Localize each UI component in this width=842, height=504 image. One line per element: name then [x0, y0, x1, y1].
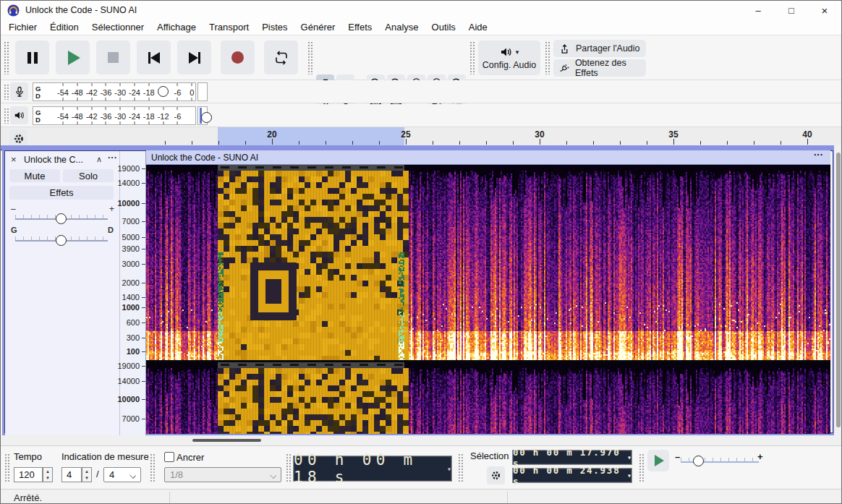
frequency-label: 1400	[122, 293, 140, 302]
share-audio-button[interactable]: Partager l'Audio	[553, 40, 646, 57]
menu-item-0[interactable]: Fichier	[2, 22, 43, 33]
gain-knob[interactable]	[56, 213, 67, 224]
record-volume-knob[interactable]	[158, 86, 169, 97]
dropdown-caret-icon[interactable]: ▾	[627, 453, 632, 461]
toolbar-grip[interactable]	[458, 453, 463, 482]
frequency-tick	[142, 221, 145, 222]
track-close-icon[interactable]: ×	[11, 154, 17, 165]
pause-button[interactable]	[15, 40, 49, 74]
clip-header[interactable]: Unlock the Code - SUNO AI ···	[146, 150, 830, 165]
skip-to-end-button[interactable]	[177, 40, 211, 74]
maximize-button[interactable]: □	[775, 1, 808, 20]
menu-item-10[interactable]: Aide	[462, 22, 494, 33]
clip-menu-icon[interactable]: ···	[814, 149, 823, 160]
timeline-label: 40	[802, 129, 812, 140]
menu-item-4[interactable]: Transport	[203, 22, 255, 33]
track-title[interactable]: Unlock the C...	[24, 155, 83, 165]
snap-value-select[interactable]: 1/8	[164, 467, 281, 482]
selection-start-field[interactable]: 00 h 00 m 17.970 s▾	[512, 450, 632, 465]
pan-left-label: G	[11, 226, 17, 234]
meter-tick	[148, 83, 149, 86]
timeline-tick	[673, 139, 674, 145]
frequency-tick	[142, 203, 145, 204]
playback-volume-knob[interactable]	[201, 112, 212, 123]
snap-checkbox[interactable]	[164, 452, 174, 462]
tempo-input[interactable]: 120	[14, 467, 43, 482]
vertical-scrollbar-thumb[interactable]	[836, 153, 841, 427]
tempo-label: Tempo	[14, 451, 42, 462]
record-button[interactable]	[221, 40, 255, 74]
menu-item-3[interactable]: Affichage	[150, 22, 203, 33]
speed-min-label: –	[675, 451, 680, 462]
get-effects-button[interactable]: Obtenez des Effets	[553, 59, 646, 77]
toolbar-grip[interactable]	[286, 453, 291, 482]
playback-meter-button[interactable]	[10, 106, 28, 124]
meter-scale-value: -30	[114, 112, 126, 121]
audio-setup-button[interactable]: ▾ Config. Audio	[478, 40, 540, 75]
track-collapse-icon[interactable]: ∧	[96, 155, 102, 164]
playback-meter-toolbar: GD-54-48-42-36-30-24-18-12-6	[1, 104, 841, 127]
mute-button[interactable]: Mute	[9, 169, 60, 182]
frequency-ruler: 1900014000100007000500039003000200014001…	[120, 151, 146, 435]
track-control-panel: × Unlock the C... ∧ ··· Mute Solo Effets…	[5, 151, 120, 435]
vertical-scrollbar[interactable]	[834, 145, 842, 445]
menu-item-9[interactable]: Outils	[425, 22, 462, 33]
menu-item-5[interactable]: Pistes	[255, 22, 294, 33]
toolbar-grip[interactable]	[307, 41, 312, 74]
time-toolbar: Tempo 120 ▲▼ Indication de mesure 4 ▲▼ /…	[1, 445, 841, 489]
toolbar-grip[interactable]	[639, 453, 644, 482]
timeline-tick	[807, 139, 808, 145]
spectrogram-canvas[interactable]	[146, 165, 830, 434]
stop-button[interactable]	[96, 40, 130, 74]
record-meter[interactable]: GD-54-48-42-36-30-24-18-60	[33, 82, 196, 101]
toolbar-grip[interactable]	[469, 41, 475, 74]
menu-item-7[interactable]: Effets	[341, 22, 378, 33]
effects-button[interactable]: Effets	[9, 186, 114, 200]
play-button[interactable]	[56, 40, 90, 74]
selection-options-button[interactable]	[487, 466, 505, 484]
main-toolbar: ↶ ↷ ▾ Config. Audio Partager l'Audio Obt…	[1, 35, 841, 80]
frequency-label: 7000	[122, 414, 140, 423]
frequency-tick	[142, 419, 145, 419]
menu-item-2[interactable]: Sélectionner	[85, 22, 150, 33]
status-bar: Arrêté.	[1, 489, 841, 504]
dropdown-caret-icon[interactable]: ▾	[447, 465, 451, 473]
minimize-button[interactable]: –	[741, 1, 775, 20]
play-at-speed-button[interactable]	[647, 450, 669, 471]
loop-button[interactable]	[264, 40, 298, 74]
toolbar-grip[interactable]	[4, 41, 9, 74]
audio-position-display[interactable]: 00 h 00 m 18 s▾	[293, 456, 452, 482]
meter-scale-value: -54	[57, 88, 69, 97]
pan-right-label: D	[108, 226, 114, 234]
toolbar-grip[interactable]	[4, 453, 9, 482]
toolbar-grip[interactable]	[4, 108, 9, 124]
menu-item-8[interactable]: Analyse	[378, 22, 425, 33]
solo-button[interactable]: Solo	[63, 169, 114, 182]
menu-item-1[interactable]: Édition	[43, 22, 85, 33]
horizontal-scrollbar[interactable]	[1, 435, 834, 445]
menu-item-6[interactable]: Générer	[294, 22, 342, 33]
timeline-tick	[754, 141, 754, 145]
close-button[interactable]: ×	[808, 1, 841, 20]
selection-end-field[interactable]: 00 h 00 m 24.938 s▾	[512, 468, 632, 483]
play-speed-knob[interactable]	[693, 456, 704, 466]
time-signature-upper-input[interactable]: 4	[61, 467, 82, 482]
toolbar-grip[interactable]	[4, 84, 9, 100]
toolbar-grip[interactable]	[545, 41, 550, 74]
skip-to-start-button[interactable]	[137, 40, 171, 74]
track-menu-icon[interactable]: ···	[108, 152, 117, 163]
horizontal-scrollbar-thumb[interactable]	[192, 439, 261, 442]
playback-meter[interactable]: GD-54-48-42-36-30-24-18-12-6	[33, 106, 196, 125]
frequency-tick	[142, 323, 145, 323]
record-meter-button[interactable]	[10, 82, 28, 101]
meter-tick	[177, 107, 178, 110]
time-signature-lower-select[interactable]: 4	[103, 467, 141, 482]
time-signature-spinner[interactable]: ▲▼	[82, 467, 92, 482]
dropdown-caret-icon[interactable]: ▾	[627, 471, 632, 479]
toolbar-grip[interactable]	[150, 453, 155, 482]
meter-tick	[120, 107, 121, 110]
pan-knob[interactable]	[56, 235, 67, 246]
timeline-tick	[326, 141, 326, 145]
tempo-spinner[interactable]: ▲▼	[43, 467, 53, 482]
timeline-tick	[218, 141, 219, 145]
